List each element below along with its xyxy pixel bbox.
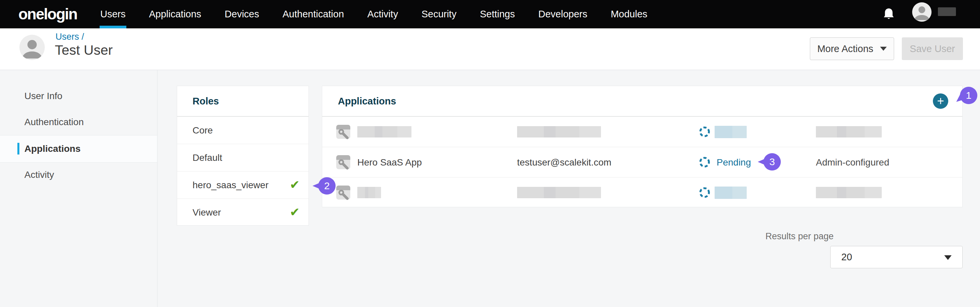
- sidebar-item-user-info[interactable]: User Info: [24, 91, 62, 101]
- loading-spinner-icon: [698, 156, 711, 168]
- account-avatar[interactable]: [912, 2, 932, 22]
- role-row-viewer[interactable]: Viewer ✔: [177, 199, 309, 226]
- sidebar-item-activity[interactable]: Activity: [24, 169, 54, 180]
- loading-spinner-icon: [698, 187, 711, 199]
- role-name: hero_saas_viewer: [192, 171, 269, 199]
- more-actions-button[interactable]: More Actions: [810, 37, 894, 60]
- account-name-redacted[interactable]: [938, 7, 956, 16]
- onelogin-admin-page: onelogin Users Applications Devices Auth…: [0, 0, 980, 307]
- nav-item-users[interactable]: Users: [100, 0, 126, 28]
- chevron-down-icon: [880, 47, 887, 51]
- roles-panel: Roles Core Default hero_saas_viewer ✔ Vi…: [177, 86, 309, 226]
- page-title: Test User: [55, 43, 113, 58]
- application-row-hero-saas-app[interactable]: Hero SaaS App testuser@scalekit.com Pend…: [322, 147, 962, 177]
- roles-header: Roles: [177, 86, 309, 117]
- user-avatar: [19, 35, 45, 60]
- nav-item-settings[interactable]: Settings: [480, 0, 515, 28]
- role-row-default[interactable]: Default: [177, 144, 309, 171]
- application-row-loading[interactable]: [322, 117, 962, 147]
- nav-item-security[interactable]: Security: [422, 0, 457, 28]
- page-header: Users / Test User More Actions Save User: [0, 28, 980, 70]
- skeleton-name-bar: [357, 187, 381, 198]
- application-login: testuser@scalekit.com: [517, 147, 611, 177]
- annotation-badge-2: 2: [318, 177, 336, 195]
- application-row-loading[interactable]: [322, 177, 962, 207]
- skeleton-provisioning-bar: [816, 187, 882, 198]
- loading-spinner-icon: [698, 126, 711, 138]
- role-row-hero-saas-viewer[interactable]: hero_saas_viewer ✔: [177, 171, 309, 199]
- sidebar-active-indicator: [18, 143, 19, 155]
- skeleton-login-bar: [517, 126, 601, 138]
- sidebar-item-authentication[interactable]: Authentication: [24, 117, 84, 127]
- nav-item-modules[interactable]: Modules: [611, 0, 648, 28]
- app-window-wrench-icon: [336, 185, 351, 200]
- role-name: Default: [192, 144, 222, 171]
- role-row-core[interactable]: Core: [177, 117, 309, 144]
- skeleton-status-bar: [714, 126, 747, 138]
- nav-item-authentication[interactable]: Authentication: [282, 0, 344, 28]
- add-application-button[interactable]: +: [933, 93, 948, 109]
- top-nav: onelogin Users Applications Devices Auth…: [0, 0, 980, 28]
- skeleton-status-bar: [714, 187, 747, 199]
- check-icon: ✔: [290, 199, 300, 226]
- skeleton-login-bar: [517, 187, 601, 198]
- nav-item-developers[interactable]: Developers: [538, 0, 587, 28]
- skeleton-provisioning-bar: [816, 126, 882, 138]
- user-sidebar: User Info Authentication Applications Ac…: [0, 70, 158, 307]
- results-per-page-value: 20: [841, 246, 852, 268]
- application-name: Hero SaaS App: [357, 147, 422, 177]
- breadcrumb-users-link[interactable]: Users /: [56, 32, 84, 42]
- role-name: Viewer: [192, 199, 221, 226]
- results-per-page-label: Results per page: [765, 231, 834, 242]
- annotation-badge-3: 3: [764, 153, 781, 171]
- check-icon: ✔: [290, 171, 300, 198]
- results-per-page-select[interactable]: 20: [830, 246, 963, 268]
- onelogin-logo[interactable]: onelogin: [18, 0, 77, 28]
- annotation-badge-1: 1: [960, 87, 977, 104]
- status-pending: Pending: [717, 147, 751, 177]
- nav-item-applications[interactable]: Applications: [149, 0, 201, 28]
- sidebar-item-applications[interactable]: Applications: [24, 144, 81, 154]
- chevron-down-icon: [944, 255, 951, 260]
- content-area: User Info Authentication Applications Ac…: [0, 70, 980, 307]
- skeleton-name-bar: [357, 126, 412, 138]
- role-name: Core: [192, 117, 213, 144]
- notifications-bell-icon[interactable]: [883, 8, 895, 21]
- app-window-wrench-icon: [336, 155, 351, 169]
- applications-panel: Applications +: [322, 86, 963, 207]
- nav-item-devices[interactable]: Devices: [224, 0, 259, 28]
- app-window-wrench-icon: [336, 125, 351, 139]
- save-user-button[interactable]: Save User: [902, 37, 963, 60]
- provisioning-state: Admin-configured: [816, 147, 889, 177]
- primary-nav: Users Applications Devices Authenticatio…: [100, 0, 648, 28]
- nav-item-activity[interactable]: Activity: [368, 0, 398, 28]
- applications-header: Applications: [322, 86, 962, 117]
- more-actions-label: More Actions: [817, 43, 873, 54]
